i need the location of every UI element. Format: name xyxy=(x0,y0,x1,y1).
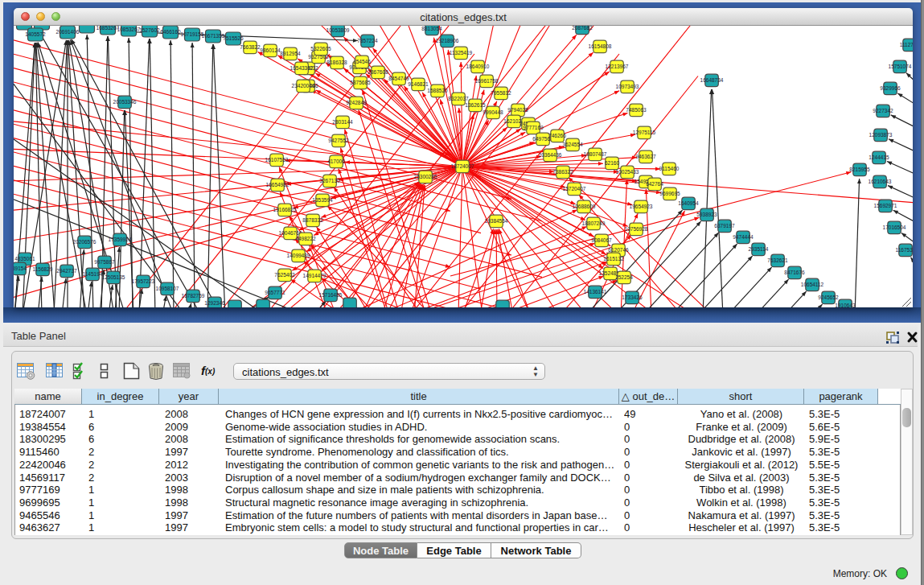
svg-text:14099489: 14099489 xyxy=(287,253,310,258)
svg-text:417006: 417006 xyxy=(327,159,345,164)
svg-text:3267130: 3267130 xyxy=(319,178,340,183)
svg-text:12975115: 12975115 xyxy=(633,130,656,135)
svg-text:10025433: 10025433 xyxy=(616,169,639,175)
svg-text:1362615: 1362615 xyxy=(465,102,486,108)
svg-text:2087682: 2087682 xyxy=(572,26,593,31)
svg-text:6466160: 6466160 xyxy=(160,29,181,35)
svg-text:9329966: 9329966 xyxy=(880,85,901,91)
svg-text:12213967: 12213967 xyxy=(606,64,629,69)
svg-text:746266: 746266 xyxy=(548,133,566,138)
svg-text:8186328: 8186328 xyxy=(326,60,347,65)
svg-text:10807487: 10807487 xyxy=(584,151,607,157)
svg-text:1910643: 1910643 xyxy=(835,303,856,307)
svg-text:7386322: 7386322 xyxy=(552,169,573,175)
svg-text:8813054: 8813054 xyxy=(421,26,442,31)
svg-text:1167533: 1167533 xyxy=(896,247,913,253)
svg-text:17359924: 17359924 xyxy=(109,237,132,242)
svg-text:15692971: 15692971 xyxy=(874,203,897,208)
svg-text:18724007: 18724007 xyxy=(451,163,474,169)
svg-text:7625402: 7625402 xyxy=(274,272,295,278)
svg-text:17016504: 17016504 xyxy=(883,225,906,230)
svg-text:9146821: 9146821 xyxy=(408,81,429,87)
svg-text:39154: 39154 xyxy=(14,266,27,271)
svg-text:19654923: 19654923 xyxy=(630,204,653,209)
svg-text:1156829: 1156829 xyxy=(33,266,53,272)
svg-text:1527602: 1527602 xyxy=(139,27,160,33)
svg-text:10053809: 10053809 xyxy=(326,27,350,33)
svg-text:16107553: 16107553 xyxy=(265,157,289,163)
svg-text:18807249: 18807249 xyxy=(582,220,606,226)
svg-text:16782759: 16782759 xyxy=(182,293,205,299)
svg-text:16210643: 16210643 xyxy=(869,179,892,184)
svg-text:11325419: 11325419 xyxy=(450,50,473,56)
svg-text:9794028: 9794028 xyxy=(507,107,528,113)
svg-text:10654112: 10654112 xyxy=(801,282,824,287)
svg-text:14914479: 14914479 xyxy=(303,273,326,278)
svg-text:14136141: 14136141 xyxy=(584,289,607,295)
svg-text:8322037: 8322037 xyxy=(448,96,469,101)
svg-text:1292346: 1292346 xyxy=(204,300,225,306)
svg-text:9242848: 9242848 xyxy=(346,100,367,105)
svg-text:5938923: 5938923 xyxy=(696,212,717,217)
svg-text:252254: 252254 xyxy=(615,274,633,280)
svg-text:10671355: 10671355 xyxy=(202,33,225,39)
svg-text:1145194: 1145194 xyxy=(83,271,103,277)
svg-text:6120746: 6120746 xyxy=(608,247,629,253)
svg-text:9990448: 9990448 xyxy=(483,109,503,115)
svg-text:1112753: 1112753 xyxy=(900,42,913,47)
svg-text:7515526: 7515526 xyxy=(223,35,244,41)
svg-text:3624554: 3624554 xyxy=(562,142,583,147)
svg-text:9245652: 9245652 xyxy=(818,295,839,300)
svg-text:642764: 642764 xyxy=(646,181,663,187)
svg-text:9084067: 9084067 xyxy=(591,237,612,243)
svg-text:20364436: 20364436 xyxy=(539,152,562,158)
svg-text:5322605: 5322605 xyxy=(310,46,331,51)
svg-text:9657771: 9657771 xyxy=(265,290,285,295)
svg-text:8471676: 8471676 xyxy=(784,270,805,275)
svg-text:9463627: 9463627 xyxy=(635,154,656,159)
svg-text:7955812: 7955812 xyxy=(491,90,511,96)
svg-text:2803144: 2803144 xyxy=(332,119,353,125)
svg-text:1244415: 1244415 xyxy=(869,154,889,160)
svg-text:1405572: 1405572 xyxy=(25,31,46,37)
svg-text:9427552: 9427552 xyxy=(328,138,349,143)
svg-text:9860124: 9860124 xyxy=(260,47,281,53)
svg-text:9975867: 9975867 xyxy=(94,259,115,265)
svg-text:8912954: 8912954 xyxy=(280,51,301,56)
svg-text:4835061: 4835061 xyxy=(14,256,35,262)
svg-text:17957223: 17957223 xyxy=(132,278,155,284)
svg-text:4498222: 4498222 xyxy=(295,236,316,241)
svg-text:9227342: 9227342 xyxy=(873,108,893,113)
svg-text:18640910: 18640910 xyxy=(466,64,490,69)
svg-text:1640954: 1640954 xyxy=(678,200,699,206)
svg-text:7632621: 7632621 xyxy=(767,257,788,263)
svg-text:16654982: 16654982 xyxy=(266,182,290,187)
svg-text:19384554: 19384554 xyxy=(485,218,508,224)
svg-text:8878332: 8878332 xyxy=(302,217,323,223)
svg-text:10853267: 10853267 xyxy=(117,27,141,32)
svg-text:20206576: 20206576 xyxy=(73,239,97,245)
svg-text:8454749: 8454749 xyxy=(388,76,409,81)
svg-text:9699695: 9699695 xyxy=(659,191,680,196)
svg-text:16648734: 16648734 xyxy=(700,77,724,83)
svg-text:16853267: 16853267 xyxy=(97,26,120,31)
svg-text:(x): (x) xyxy=(205,367,216,376)
svg-text:10756928: 10756928 xyxy=(625,226,648,232)
svg-text:15720407: 15720407 xyxy=(563,186,586,192)
svg-text:7485063: 7485063 xyxy=(626,107,647,113)
svg-text:19166825: 19166825 xyxy=(273,207,297,212)
svg-text:9777169: 9777169 xyxy=(523,125,544,130)
svg-text:12093873: 12093873 xyxy=(869,132,893,138)
svg-text:1353594: 1353594 xyxy=(312,197,333,203)
svg-text:25300285: 25300285 xyxy=(414,174,437,179)
svg-text:20691406: 20691406 xyxy=(56,29,80,35)
svg-text:1615132: 1615132 xyxy=(603,256,624,262)
svg-text:2935114: 2935114 xyxy=(749,246,769,252)
svg-text:10719155: 10719155 xyxy=(181,31,204,37)
svg-text:2942737: 2942737 xyxy=(56,268,77,274)
svg-text:12505135: 12505135 xyxy=(102,274,125,280)
svg-text:16154808: 16154808 xyxy=(589,43,612,49)
svg-text:10973493: 10973493 xyxy=(616,84,639,89)
svg-text:2867608: 2867608 xyxy=(368,69,388,75)
svg-text:8215955: 8215955 xyxy=(849,167,870,172)
